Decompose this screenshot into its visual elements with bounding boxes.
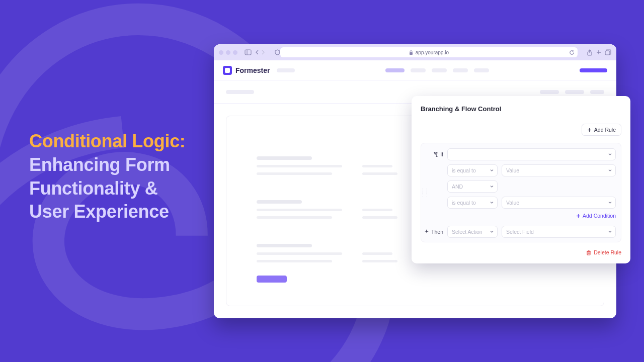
tabs-overview-icon[interactable] <box>605 49 611 55</box>
chevron-down-icon <box>490 184 494 190</box>
brand-name: Formester <box>235 66 270 74</box>
svg-rect-0 <box>245 50 251 55</box>
hero-headline: Conditional Logic: Enhancing Form Functi… <box>29 130 200 224</box>
joiner-select[interactable]: AND <box>447 180 498 193</box>
plus-icon <box>587 128 592 132</box>
share-icon[interactable] <box>587 49 593 56</box>
chevron-down-icon <box>608 200 612 206</box>
chevron-down-icon <box>490 229 494 235</box>
toolbar-item[interactable] <box>565 90 584 94</box>
add-condition-button[interactable]: Add Condition <box>576 213 616 219</box>
nav-back-icon[interactable] <box>255 49 260 55</box>
nav-forward-icon[interactable] <box>261 49 266 55</box>
refresh-icon[interactable] <box>569 50 575 55</box>
panel-title: Branching & Flow Control <box>421 105 621 113</box>
operator-select[interactable]: is equal to <box>447 164 498 176</box>
new-tab-icon[interactable] <box>596 49 602 55</box>
shield-icon <box>275 49 280 55</box>
brand-logo-icon <box>223 66 232 75</box>
if-field-select[interactable] <box>447 148 616 160</box>
plus-icon <box>576 214 581 218</box>
toolbar-item[interactable] <box>590 90 604 94</box>
browser-chrome: app.yourapp.io <box>214 44 616 60</box>
trash-icon <box>586 250 591 255</box>
rule-card: ⋮⋮⋮⋮⋮⋮ If is equal to Value <box>421 143 621 242</box>
lock-icon <box>409 50 413 55</box>
nav-item[interactable] <box>411 68 426 72</box>
svg-rect-6 <box>605 51 610 55</box>
value-input[interactable]: Value <box>502 197 616 209</box>
nav-item[interactable] <box>453 68 468 72</box>
nav-item[interactable] <box>474 68 489 72</box>
delete-rule-button[interactable]: Delete Rule <box>586 249 621 255</box>
branch-icon <box>433 152 438 157</box>
traffic-lights <box>219 50 237 55</box>
operator-select[interactable]: is equal to <box>447 197 498 209</box>
target-field-select[interactable]: Select Field <box>502 226 616 238</box>
chevron-down-icon <box>490 167 494 173</box>
address-bar[interactable]: app.yourapp.io <box>275 47 578 57</box>
logic-panel: Branching & Flow Control Add Rule ⋮⋮⋮⋮⋮⋮… <box>412 96 630 263</box>
url-text: app.yourapp.io <box>416 50 449 55</box>
toolbar-item[interactable] <box>226 90 254 94</box>
nav-item[interactable] <box>432 68 447 72</box>
chevron-down-icon <box>608 167 612 173</box>
hero-accent: Conditional Logic: <box>29 130 200 153</box>
toolbar-item[interactable] <box>540 90 559 94</box>
sidebar-toggle-icon[interactable] <box>245 49 252 55</box>
sparkle-icon <box>424 229 429 234</box>
app-header: Formester <box>214 60 616 80</box>
primary-cta-placeholder[interactable] <box>580 68 607 72</box>
if-label: If <box>425 151 443 157</box>
chevron-down-icon <box>490 200 494 206</box>
then-label: Then <box>425 229 443 235</box>
chevron-down-icon <box>608 229 612 235</box>
drag-handle-icon[interactable]: ⋮⋮⋮⋮⋮⋮ <box>421 189 429 197</box>
nav-item-active[interactable] <box>385 68 405 72</box>
svg-rect-2 <box>410 52 413 55</box>
svg-rect-14 <box>587 251 590 255</box>
placeholder-pill <box>277 68 295 72</box>
add-rule-button[interactable]: Add Rule <box>582 124 621 136</box>
brand[interactable]: Formester <box>223 66 270 75</box>
top-nav <box>385 68 489 72</box>
chevron-down-icon <box>608 151 612 157</box>
value-input[interactable]: Value <box>502 164 616 176</box>
submit-button-placeholder[interactable] <box>257 276 287 283</box>
action-select[interactable]: Select Action <box>447 226 498 238</box>
